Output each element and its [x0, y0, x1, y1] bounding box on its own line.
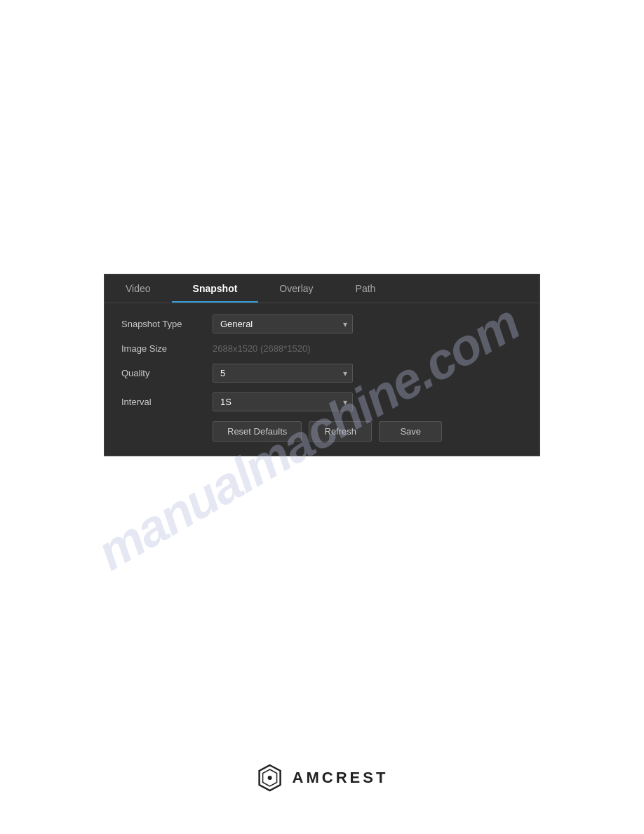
tab-path[interactable]: Path	[335, 274, 397, 303]
form-area: Snapshot Type General Event Image Size 2…	[105, 303, 539, 456]
image-size-row: Image Size 2688x1520 (2688*1520)	[121, 343, 523, 354]
interval-select[interactable]: 1S 2S 3S 5S 10S 30S 60S	[213, 392, 353, 411]
quality-select[interactable]: 1 2 3 4 5 6	[213, 364, 353, 383]
tab-snapshot[interactable]: Snapshot	[172, 274, 259, 303]
refresh-button[interactable]: Refresh	[309, 421, 372, 442]
tab-video[interactable]: Video	[105, 274, 172, 303]
quality-label: Quality	[121, 368, 213, 378]
buttons-row: Reset Defaults Refresh Save	[121, 421, 523, 442]
image-size-label: Image Size	[121, 343, 213, 354]
snapshot-type-select[interactable]: General Event	[213, 315, 353, 333]
logo-container: AMCREST	[256, 764, 389, 792]
save-button[interactable]: Save	[379, 421, 442, 442]
main-panel: Video Snapshot Overlay Path Snapshot Typ…	[104, 274, 540, 456]
quality-select-wrapper: 1 2 3 4 5 6	[213, 364, 353, 383]
image-size-value: 2688x1520 (2688*1520)	[213, 343, 311, 354]
tabs-bar: Video Snapshot Overlay Path	[105, 274, 539, 303]
reset-defaults-button[interactable]: Reset Defaults	[213, 421, 302, 442]
interval-select-wrapper: 1S 2S 3S 5S 10S 30S 60S	[213, 392, 353, 411]
snapshot-type-label: Snapshot Type	[121, 319, 213, 329]
amcrest-logo-icon	[256, 764, 284, 792]
amcrest-logo-text: AMCREST	[293, 769, 389, 787]
interval-label: Interval	[121, 397, 213, 407]
page-container: Video Snapshot Overlay Path Snapshot Typ…	[0, 0, 644, 834]
interval-row: Interval 1S 2S 3S 5S 10S 30S 60S	[121, 392, 523, 411]
quality-row: Quality 1 2 3 4 5 6	[121, 364, 523, 383]
tab-overlay[interactable]: Overlay	[258, 274, 334, 303]
snapshot-type-row: Snapshot Type General Event	[121, 315, 523, 333]
snapshot-type-select-wrapper: General Event	[213, 315, 353, 333]
svg-point-2	[268, 776, 272, 780]
